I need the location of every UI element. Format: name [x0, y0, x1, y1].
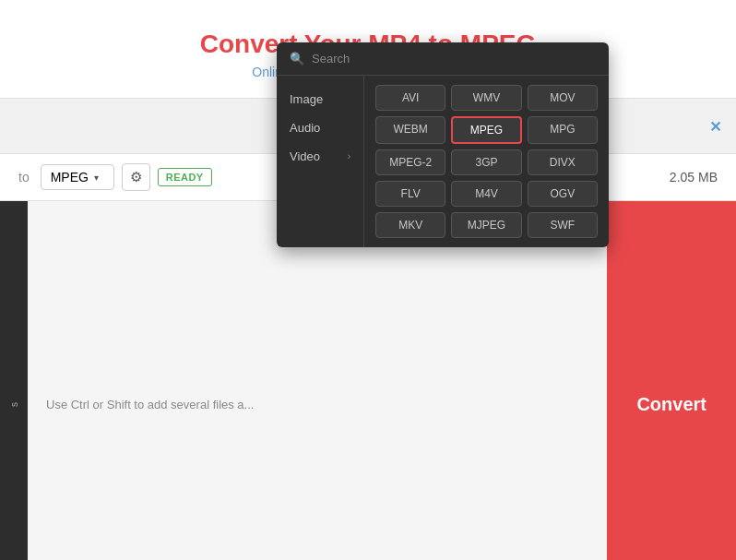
ready-badge: READY	[158, 168, 212, 186]
formats-grid: AVIWMVMOVWEBMMPEGMPGMPEG-23GPDIVXFLVM4VO…	[364, 76, 609, 247]
chevron-down-icon: ▾	[94, 173, 99, 183]
category-label: Image	[290, 92, 323, 106]
format-option[interactable]: DIVX	[528, 149, 598, 175]
format-option[interactable]: 3GP	[451, 149, 521, 175]
to-label: to	[18, 170, 30, 185]
main-area: s Use Ctrl or Shift to add several files…	[0, 201, 736, 560]
category-label: Video	[290, 149, 320, 163]
selected-format-label: MPEG	[51, 170, 89, 185]
category-item[interactable]: Audio	[277, 113, 363, 142]
category-label: Audio	[290, 121, 320, 135]
format-option[interactable]: MJPEG	[451, 212, 521, 238]
format-option[interactable]: MPG	[528, 116, 598, 144]
format-option[interactable]: M4V	[451, 181, 521, 207]
sidebar-strip: s	[0, 201, 28, 560]
format-option[interactable]: OGV	[528, 181, 598, 207]
format-option[interactable]: AVI	[375, 85, 445, 111]
dropdown-search-bar: 🔍	[277, 42, 609, 76]
category-item[interactable]: Image	[277, 85, 363, 113]
format-option[interactable]: FLV	[375, 181, 445, 207]
format-option[interactable]: SWF	[528, 212, 598, 238]
format-option[interactable]: WMV	[451, 85, 521, 111]
gear-icon: ⚙	[130, 169, 142, 185]
files-area: Use Ctrl or Shift to add several files a…	[28, 201, 607, 560]
format-dropdown[interactable]: MPEG ▾	[41, 164, 114, 190]
close-icon[interactable]: ✕	[709, 117, 721, 135]
category-item[interactable]: Video›	[277, 142, 363, 171]
search-icon: 🔍	[290, 52, 304, 66]
format-option[interactable]: WEBM	[375, 116, 445, 144]
format-option[interactable]: MKV	[375, 212, 445, 238]
gear-button[interactable]: ⚙	[122, 163, 150, 191]
sidebar-label: s	[9, 402, 19, 407]
category-list: ImageAudioVideo›	[277, 76, 364, 247]
format-option[interactable]: MPEG	[451, 116, 521, 144]
dropdown-body: ImageAudioVideo› AVIWMVMOVWEBMMPEGMPGMPE…	[277, 76, 609, 247]
convert-button[interactable]: Convert	[607, 201, 736, 560]
chevron-right-icon: ›	[348, 151, 350, 161]
format-dropdown-panel: 🔍 ImageAudioVideo› AVIWMVMOVWEBMMPEGMPGM…	[277, 42, 609, 247]
file-size: 2.05 MB	[670, 170, 718, 185]
format-option[interactable]: MPEG-2	[375, 149, 445, 175]
search-input[interactable]	[312, 52, 596, 66]
format-option[interactable]: MOV	[528, 85, 598, 111]
drop-instruction: Use Ctrl or Shift to add several files a…	[46, 398, 254, 411]
